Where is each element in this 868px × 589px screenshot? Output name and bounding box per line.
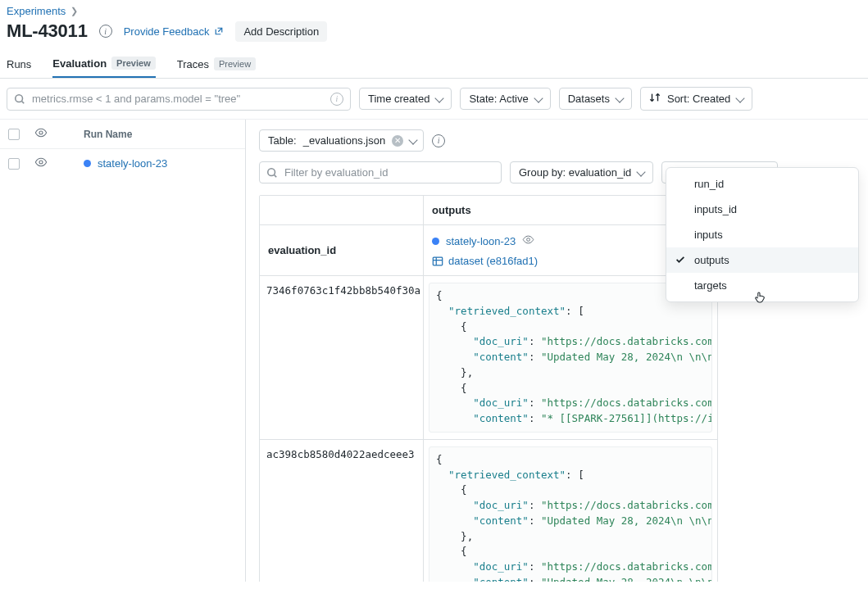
compare-option-targets[interactable]: targets [666,273,858,298]
sort-dropdown[interactable]: Sort: Created [640,87,752,111]
search-icon [266,167,278,179]
json-val: "Updated May 28, 2024\n \n\n[S [541,351,712,363]
compare-option-inputs[interactable]: inputs [666,222,858,247]
json-val: "Updated May 28, 2024\n \n\n[S [541,514,712,527]
sort-label: Sort: Created [667,93,730,105]
json-key: "content" [473,351,529,363]
chevron-down-icon [409,135,418,144]
json-val: "* [[SPARK-27561]](https://iss [541,412,712,424]
dataset-link[interactable]: dataset (e816fad1) [448,255,538,267]
compare-option-outputs[interactable]: outputs [666,247,858,273]
svg-point-3 [268,168,275,175]
group-by-label: Group by: evaluation_id [519,166,631,179]
chevron-down-icon [435,93,444,102]
col-eval-id-blank [260,196,424,224]
option-label: inputs [694,229,723,241]
time-created-dropdown[interactable]: Time created [359,88,452,110]
tabs: Runs Evaluation Preview Traces Preview [0,50,868,79]
json-key: "retrieved_context" [448,305,566,317]
table-name: _evaluations.json [303,134,385,147]
json-key: "doc_uri" [473,335,529,347]
runs-panel: Run Name stately-loon-23 [0,120,246,582]
chevron-down-icon [615,93,624,102]
search-input-wrap[interactable]: i [7,88,351,111]
json-key: "content" [473,412,529,424]
eval-filter-wrap[interactable] [259,161,502,183]
datasets-dropdown[interactable]: Datasets [559,88,632,110]
json-val: "https://docs.databricks.com/s [541,499,712,511]
run-link[interactable]: stately-loon-23 [98,157,167,170]
tab-traces[interactable]: Traces Preview [177,50,256,78]
search-input[interactable] [32,93,324,105]
json-key: "content" [473,514,529,527]
state-dropdown[interactable]: State: Active [460,88,550,110]
json-val: "https://docs.databricks.com/a [541,396,712,409]
compare-option-inputs-id[interactable]: inputs_id [666,197,858,222]
search-icon [14,93,25,105]
visibility-icon[interactable] [522,233,534,248]
external-link-icon [214,26,224,36]
clear-table-icon[interactable]: ✕ [392,135,403,147]
preview-badge: Preview [111,57,156,70]
json-key: "doc_uri" [473,560,529,573]
svg-point-4 [527,238,530,242]
table-selector[interactable]: Table: _evaluations.json ✕ [259,129,424,152]
svg-point-1 [39,131,43,134]
table-prefix: Table: [268,134,297,147]
svg-rect-5 [433,257,442,265]
chevron-down-icon [736,93,745,102]
outputs-cell: { "retrieved_context": [ { "doc_uri": "h… [424,440,717,582]
tab-traces-label: Traces [177,58,209,70]
table-row: ac398cb8580d4022aedceee3 { "retrieved_co… [260,440,717,582]
tab-evaluation-label: Evaluation [52,57,107,70]
run-checkbox[interactable] [8,158,20,170]
preview-badge: Preview [214,57,256,70]
chevron-right-icon: ❯ [70,6,78,16]
svg-point-2 [39,161,43,164]
info-icon[interactable]: i [330,93,343,106]
json-val: "https://docs.databricks.com/e [541,560,712,573]
json-key: "retrieved_context" [448,469,566,481]
json-val: "Updated May 28, 2024\n \n\n[S [541,576,712,582]
compare-option-run-id[interactable]: run_id [666,171,858,197]
add-description-button[interactable]: Add Description [235,21,327,42]
info-icon[interactable]: i [432,134,445,147]
table-icon [432,256,443,267]
run-row[interactable]: stately-loon-23 [0,149,245,178]
eval-filter-input[interactable] [284,166,494,179]
visibility-header-icon [34,126,48,142]
breadcrumb: Experiments ❯ [0,0,868,19]
page-title: ML-43011 [7,20,88,42]
provide-feedback-link[interactable]: Provide Feedback [124,25,225,38]
tab-runs[interactable]: Runs [7,50,31,78]
eval-id-cell: ac398cb8580d4022aedceee3 [260,440,424,582]
json-key: "content" [473,576,529,582]
col-eval-id-header: evaluation_id [260,225,424,275]
chevron-down-icon [637,167,646,176]
json-key: "doc_uri" [473,396,529,409]
sort-icon [649,92,661,106]
compare-dropdown-menu: run_id inputs_id inputs outputs targets [666,167,859,302]
visibility-toggle-icon[interactable] [34,156,48,171]
check-icon [675,253,686,267]
time-created-label: Time created [368,93,429,105]
tab-runs-label: Runs [7,58,31,70]
json-key: "doc_uri" [473,499,529,511]
tab-evaluation[interactable]: Evaluation Preview [52,50,155,78]
option-label: targets [694,279,727,292]
run-link[interactable]: stately-loon-23 [446,235,516,247]
eval-id-cell: 7346f0763c1f42bb8b540f30a [260,276,424,439]
breadcrumb-experiments[interactable]: Experiments [7,5,66,17]
state-label: State: Active [469,93,528,105]
select-all-checkbox[interactable] [8,129,20,140]
option-label: run_id [694,178,724,190]
svg-point-0 [16,94,23,102]
provide-feedback-label: Provide Feedback [124,25,210,38]
status-dot-icon [432,238,439,245]
option-label: inputs_id [694,203,737,215]
json-val: "https://docs.databricks.com/e [541,335,712,347]
group-by-dropdown[interactable]: Group by: evaluation_id [510,161,653,183]
table-row: 7346f0763c1f42bb8b540f30a { "retrieved_c… [260,276,717,440]
info-icon[interactable]: i [99,25,112,38]
option-label: outputs [694,254,729,266]
